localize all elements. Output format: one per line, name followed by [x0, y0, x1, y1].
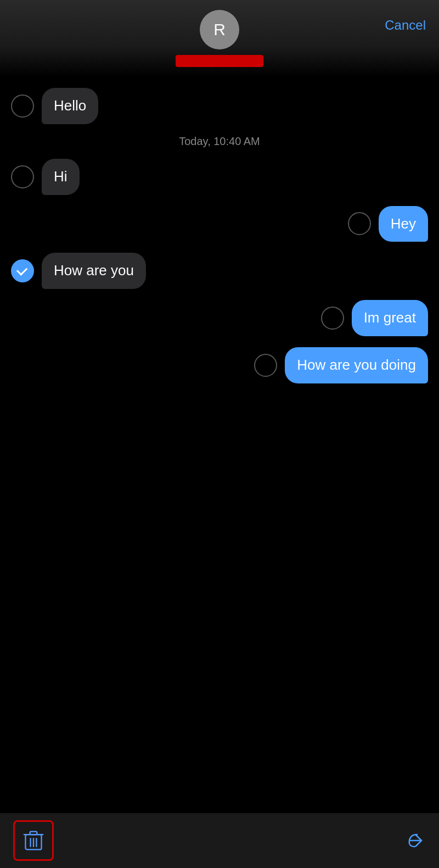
- bottom-toolbar: [0, 813, 439, 868]
- message-row: Hi: [0, 159, 439, 195]
- message-checkbox[interactable]: [348, 212, 371, 235]
- message-row: How are you: [0, 253, 439, 289]
- message-bubble: Hello: [42, 88, 98, 124]
- message-bubble: Hi: [42, 159, 80, 195]
- header: R Cancel: [0, 0, 439, 77]
- share-button[interactable]: [401, 828, 426, 853]
- timestamp: Today, 10:40 AM: [0, 135, 439, 148]
- share-icon: [401, 828, 426, 853]
- message-bubble: How are you doing: [285, 347, 428, 383]
- message-checkbox[interactable]: [321, 307, 344, 330]
- delete-button[interactable]: [13, 820, 54, 861]
- message-row: Hey: [0, 206, 439, 242]
- message-checkbox-checked[interactable]: [11, 259, 34, 282]
- messages-area: Hello Today, 10:40 AM Hi Hey How are you…: [0, 77, 439, 824]
- message-row: How are you doing: [0, 347, 439, 383]
- message-bubble: How are you: [42, 253, 146, 289]
- message-checkbox[interactable]: [254, 354, 277, 377]
- avatar: R: [200, 10, 239, 49]
- message-row: Im great: [0, 300, 439, 336]
- message-checkbox[interactable]: [11, 165, 34, 188]
- message-bubble: Im great: [352, 300, 428, 336]
- message-checkbox[interactable]: [11, 94, 34, 118]
- trash-icon: [22, 830, 44, 852]
- contact-name-bar: [176, 55, 263, 67]
- cancel-button[interactable]: Cancel: [385, 18, 426, 33]
- message-row: Hello: [0, 88, 439, 124]
- svg-rect-2: [30, 832, 37, 834]
- message-bubble: Hey: [379, 206, 428, 242]
